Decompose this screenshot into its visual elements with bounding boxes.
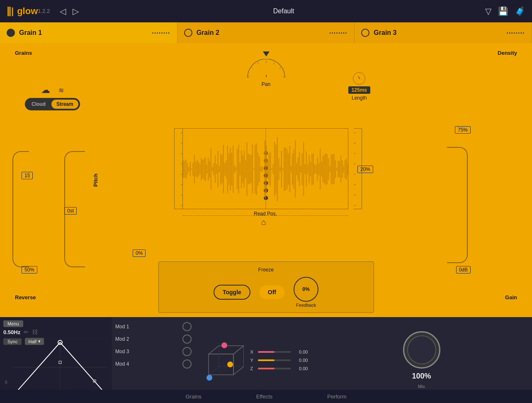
svg-rect-141 xyxy=(345,160,345,178)
grain2-circle xyxy=(184,29,192,37)
svg-rect-78 xyxy=(257,153,258,186)
pan-label: Pan xyxy=(262,81,270,87)
svg-rect-135 xyxy=(336,168,337,171)
feedback-container: 0% Feedback xyxy=(294,277,318,308)
svg-rect-60 xyxy=(233,146,233,193)
svg-rect-39 xyxy=(204,159,204,180)
svg-rect-124 xyxy=(321,162,322,177)
length-knob-outer[interactable] xyxy=(353,72,365,85)
mode-toggle[interactable]: Cloud Stream xyxy=(25,98,80,110)
pan-control[interactable]: Pan xyxy=(245,51,287,87)
svg-line-2 xyxy=(258,62,259,64)
svg-rect-117 xyxy=(311,153,312,185)
gain-value: 0dB xyxy=(456,266,471,274)
freeze-off-button[interactable]: Off xyxy=(259,285,285,300)
tab-grains[interactable]: Grains xyxy=(179,392,208,401)
waveform-container: // Will be handled by JS below Read Pos.… xyxy=(182,128,348,209)
lfo-link-icon[interactable]: ⛓ xyxy=(32,329,38,335)
svg-rect-34 xyxy=(197,160,197,178)
mod-row-2: Mod 2 xyxy=(115,335,192,344)
svg-rect-114 xyxy=(307,164,308,174)
save-button[interactable]: 💾 xyxy=(498,6,508,16)
xyz-z-slider[interactable] xyxy=(258,368,291,369)
svg-rect-102 xyxy=(291,166,292,172)
svg-rect-74 xyxy=(252,144,253,194)
lfo-pencil-icon[interactable]: ✏ xyxy=(24,329,29,335)
feedback-knob[interactable]: 0% xyxy=(294,277,318,302)
svg-rect-98 xyxy=(285,148,286,191)
length-label: Length xyxy=(352,95,367,101)
xyz-x-slider[interactable] xyxy=(258,351,291,353)
svg-rect-108 xyxy=(299,152,300,186)
grain-tab-1[interactable]: Grain 1 •••••••• xyxy=(0,22,177,43)
mod4-circle[interactable] xyxy=(182,359,192,369)
svg-rect-118 xyxy=(313,154,313,184)
svg-rect-138 xyxy=(340,156,341,183)
svg-rect-29 xyxy=(190,162,191,176)
lfo-rate-value: 0.50Hz xyxy=(3,329,20,335)
svg-rect-76 xyxy=(255,144,255,193)
svg-rect-42 xyxy=(208,158,209,181)
grain1-circle xyxy=(7,29,15,37)
xyz-z-fill xyxy=(258,368,275,369)
read-pos-mod-value: 20% xyxy=(357,166,373,173)
svg-rect-112 xyxy=(304,164,305,174)
prev-preset-button[interactable]: ◁ xyxy=(56,5,69,18)
xyz-y-slider[interactable] xyxy=(258,359,291,361)
bottom-area: Menu 0.50Hz ✏ ⛓ Sync Half ▾ 8 2 Rate xyxy=(0,317,532,403)
tab-effects[interactable]: Effects xyxy=(250,392,279,401)
mod4-label: Mod 4 xyxy=(115,361,179,367)
svg-rect-47 xyxy=(215,156,216,183)
next-preset-button[interactable]: ▷ xyxy=(69,5,82,18)
svg-rect-122 xyxy=(318,163,319,176)
cloud-button[interactable]: Cloud xyxy=(27,100,51,109)
tab-perform[interactable]: Perform xyxy=(321,392,353,401)
mod-row-3: Mod 3 xyxy=(115,347,192,356)
freeze-toggle-button[interactable]: Toggle xyxy=(214,285,250,300)
svg-rect-116 xyxy=(310,162,311,176)
grain-tab-3[interactable]: Grain 3 •••••••• xyxy=(355,22,532,43)
svg-rect-133 xyxy=(333,154,334,184)
svg-rect-24 xyxy=(183,161,184,178)
svg-rect-50 xyxy=(219,166,220,173)
svg-rect-87 xyxy=(270,152,271,186)
lfo-menu-button[interactable]: Menu xyxy=(3,320,23,327)
freeze-label: Freeze xyxy=(167,267,365,273)
cube-container xyxy=(198,333,244,387)
length-value: 125ms xyxy=(348,86,370,94)
svg-rect-107 xyxy=(298,157,299,181)
density-bracket xyxy=(447,147,468,263)
grain3-dots: •••••••• xyxy=(507,31,525,35)
xyz-z-row: Z 0.00 xyxy=(250,366,308,371)
svg-rect-83 xyxy=(265,140,265,198)
lfo-rate-row: 0.50Hz ✏ ⛓ xyxy=(3,329,109,335)
filter-button[interactable]: ▽ xyxy=(485,6,491,16)
svg-rect-27 xyxy=(187,164,188,175)
svg-rect-54 xyxy=(224,163,225,175)
svg-rect-58 xyxy=(230,148,231,191)
grain-tab-2[interactable]: Grain 2 •••••••• xyxy=(177,22,355,43)
svg-rect-82 xyxy=(263,169,264,169)
grain-tabs: Grain 1 •••••••• Grain 2 •••••••• Grain … xyxy=(0,22,532,43)
mix-value: 100% xyxy=(412,372,431,381)
grain3-label: Grain 3 xyxy=(374,29,396,37)
stream-button[interactable]: Stream xyxy=(51,100,78,109)
svg-rect-131 xyxy=(331,154,332,184)
mod1-circle[interactable] xyxy=(182,322,192,331)
svg-rect-80 xyxy=(260,166,261,171)
grain2-dots: •••••••• xyxy=(329,31,347,35)
grain1-dots: •••••••• xyxy=(152,31,170,35)
mix-knob[interactable] xyxy=(403,331,440,369)
mod2-circle[interactable] xyxy=(182,335,192,344)
svg-rect-97 xyxy=(284,147,284,191)
svg-rect-94 xyxy=(279,167,280,171)
svg-rect-89 xyxy=(273,164,274,174)
xyz-y-row: Y 0.00 xyxy=(250,358,308,363)
pan-container: Pan xyxy=(245,51,287,87)
mod3-label: Mod 3 xyxy=(115,349,179,354)
grains-bracket xyxy=(12,151,29,267)
export-button[interactable]: 🧳 xyxy=(515,6,525,16)
svg-rect-140 xyxy=(343,166,344,173)
lfo-top-row: Menu xyxy=(3,320,109,327)
mod3-circle[interactable] xyxy=(182,347,192,356)
